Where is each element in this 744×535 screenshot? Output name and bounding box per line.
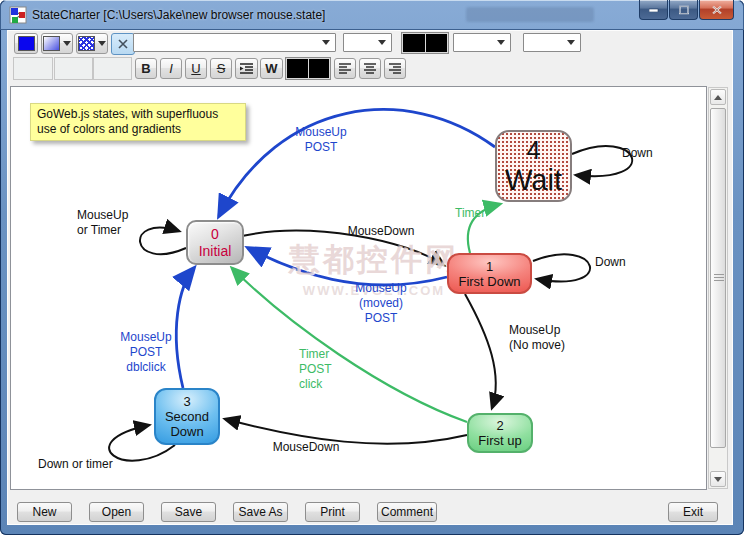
chevron-down-icon: [567, 40, 575, 45]
style-combo[interactable]: [453, 33, 511, 52]
scroll-up-button[interactable]: [710, 89, 726, 105]
align-left-icon: [339, 63, 351, 74]
new-button[interactable]: New: [17, 502, 72, 522]
edge-initial-self[interactable]: [140, 228, 186, 255]
edge-label[interactable]: MouseUp(No move): [509, 323, 565, 353]
state-number: 4: [527, 138, 541, 163]
state-number: 2: [496, 418, 503, 433]
scroll-down-button[interactable]: [710, 471, 726, 487]
state-name: First Down: [458, 274, 520, 289]
state-firstdown[interactable]: 1 First Down: [447, 253, 532, 294]
align-left-button[interactable]: [334, 58, 356, 79]
state-initial[interactable]: 0 Initial: [186, 220, 244, 265]
edge-label[interactable]: Down: [622, 146, 653, 161]
edge-label[interactable]: MouseDown: [343, 224, 419, 239]
edge-label[interactable]: MouseUpPOST: [290, 125, 352, 155]
comment-button[interactable]: Comment: [377, 502, 437, 522]
maximize-icon: [679, 5, 689, 14]
indent-button[interactable]: [235, 58, 258, 79]
print-button[interactable]: Print: [305, 502, 360, 522]
chevron-down-icon: [378, 40, 386, 45]
state-firstup[interactable]: 2 First up: [467, 413, 533, 453]
state-number: 0: [211, 226, 219, 243]
gradient-swatch-icon: [43, 36, 60, 51]
edge-label[interactable]: Down or timer: [38, 457, 113, 472]
chevron-down-icon: [98, 41, 106, 46]
align-right-button[interactable]: [384, 58, 406, 79]
w-button[interactable]: W: [260, 58, 283, 79]
edge-label[interactable]: Down: [595, 255, 626, 270]
weight-combo[interactable]: [523, 33, 581, 52]
font-combo[interactable]: [133, 33, 336, 52]
scrollbar-thumb[interactable]: [710, 108, 726, 448]
ghost-window-title: [466, 7, 594, 22]
italic-button[interactable]: I: [160, 58, 182, 79]
color-swatch-icon: [426, 34, 448, 52]
chevron-down-icon: [63, 41, 71, 46]
palette-cell[interactable]: [54, 57, 93, 80]
palette-cell[interactable]: [93, 57, 132, 80]
exit-button[interactable]: Exit: [668, 502, 718, 522]
strikethrough-button[interactable]: S: [210, 58, 232, 79]
indent-icon: [240, 63, 253, 74]
palette-cell[interactable]: [13, 57, 53, 80]
chevron-down-icon: [714, 477, 722, 482]
color-pair-button[interactable]: [401, 32, 449, 54]
chevron-down-icon: [497, 40, 505, 45]
hatch-swatch-icon: [78, 36, 95, 51]
state-number: 3: [183, 394, 190, 409]
chevron-up-icon: [714, 95, 722, 100]
maximize-button[interactable]: [669, 0, 698, 20]
edge-label[interactable]: MouseUp(moved)POST: [341, 281, 421, 326]
minimize-icon: [649, 8, 659, 12]
fill-color-swatch-icon: [18, 36, 35, 51]
app-icon: [9, 6, 27, 24]
chevron-down-icon: [322, 40, 330, 45]
state-name: Initial: [199, 243, 232, 260]
save-as-button[interactable]: Save As: [233, 502, 288, 522]
edge-wait-to-initial[interactable]: [219, 110, 495, 216]
bold-button[interactable]: B: [135, 58, 157, 79]
edge-firstdown-to-initial[interactable]: [248, 248, 447, 285]
state-seconddown[interactable]: 3 SecondDown: [154, 388, 220, 445]
titlebar[interactable]: StateCharter [C:\Users\Jake\new browser …: [0, 0, 744, 30]
grip-icon: [714, 274, 724, 282]
color-swatch-icon: [287, 59, 308, 78]
close-button[interactable]: [699, 0, 734, 20]
underline-button[interactable]: U: [185, 58, 207, 79]
open-button[interactable]: Open: [89, 502, 144, 522]
close-icon: [712, 5, 722, 14]
diagram-canvas[interactable]: 慧都控件网 WWW.EVGET.COM GoWeb.js states, wit…: [10, 86, 707, 490]
text-color-pair-button[interactable]: [285, 57, 331, 80]
fill-color-button[interactable]: [14, 33, 38, 54]
color-swatch-icon: [309, 59, 330, 78]
edge-label[interactable]: MouseUpPOSTdblclick: [111, 330, 181, 375]
size-combo[interactable]: [343, 33, 392, 52]
edge-label[interactable]: TimerPOSTclick: [299, 347, 332, 392]
color-swatch-icon: [403, 34, 425, 52]
minimize-button[interactable]: [639, 0, 668, 20]
state-number: 1: [486, 259, 493, 274]
app-window: StateCharter [C:\Users\Jake\new browser …: [0, 0, 744, 535]
gradient-fill-button[interactable]: [41, 33, 73, 54]
align-center-icon: [364, 63, 376, 74]
save-button[interactable]: Save: [161, 502, 216, 522]
x-icon: [117, 38, 129, 50]
edge-label[interactable]: MouseUpor Timer: [77, 208, 128, 238]
align-center-button[interactable]: [359, 58, 381, 79]
hatch-fill-button[interactable]: [76, 33, 108, 54]
vertical-scrollbar[interactable]: [708, 87, 728, 489]
edge-label[interactable]: Timer: [455, 206, 485, 221]
state-wait[interactable]: 4 Wait: [495, 130, 572, 202]
edge-firstdown-self[interactable]: [533, 254, 590, 281]
state-name: SecondDown: [165, 409, 209, 439]
window-title: StateCharter [C:\Users\Jake\new browser …: [32, 8, 325, 22]
align-right-icon: [389, 63, 401, 74]
state-name: Wait: [505, 166, 562, 195]
state-name: First up: [478, 433, 521, 448]
edge-firstdown-to-firstup[interactable]: [465, 294, 496, 408]
no-fill-button[interactable]: [111, 33, 135, 55]
edge-label[interactable]: MouseDown: [268, 440, 344, 455]
edge-firstup-to-seconddown[interactable]: [225, 419, 467, 444]
comment-note[interactable]: GoWeb.js states, with superfluoususe of …: [30, 103, 246, 141]
